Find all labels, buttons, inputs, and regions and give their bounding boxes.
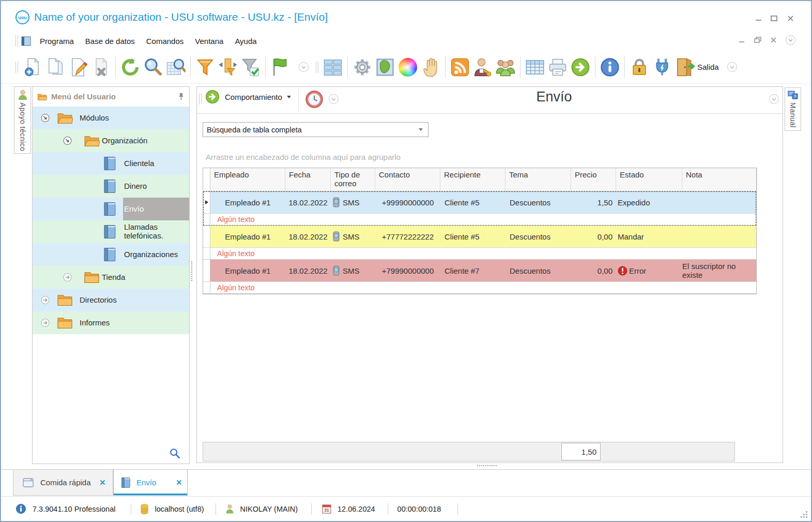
column-header-tipo_correo[interactable]: Tipo de correo [331, 168, 375, 191]
sidebar-item-7-tienda[interactable]: Tienda [33, 266, 189, 289]
mdi-close-icon[interactable] [770, 37, 777, 43]
flag-icon[interactable] [269, 56, 292, 79]
behavior-toolbar-grip[interactable] [199, 93, 202, 105]
minimize-button[interactable] [753, 13, 763, 23]
layout-tiles-icon[interactable] [321, 56, 344, 79]
sidebar-item-4-env-o[interactable]: Envío [33, 198, 189, 220]
behavior-button[interactable]: Comportamiento [205, 89, 291, 105]
settings-gear-icon[interactable] [351, 56, 374, 79]
support-side-tab[interactable]: Apoyo técnico [14, 86, 31, 154]
sidebar-item-6-organizaciones[interactable]: Organizaciones [33, 243, 189, 266]
edit-record-icon[interactable] [67, 56, 89, 79]
tab-envio[interactable]: Envío [113, 470, 188, 496]
tree-expander-collapsed-icon[interactable] [63, 273, 72, 282]
table-view-icon[interactable] [524, 56, 546, 79]
toolbar-right-chevron-icon[interactable] [727, 62, 737, 72]
menu-item-ventana[interactable]: Ventana [189, 35, 229, 48]
sidebar-item-2-clientela[interactable]: Clientela [33, 152, 189, 175]
manual-side-tab[interactable]: ? Manual [785, 87, 801, 131]
users-group-icon[interactable] [494, 56, 517, 79]
manual-help-icon: ? [788, 91, 798, 100]
filter-check-icon[interactable] [239, 56, 262, 79]
column-header-tema[interactable]: Tema [505, 168, 571, 191]
column-filter-icon[interactable] [217, 56, 239, 79]
menu-item-ayuda[interactable]: Ayuda [229, 35, 262, 48]
tree-expander-collapsed-icon[interactable] [41, 319, 50, 327]
hand-icon[interactable] [419, 56, 442, 79]
resize-grip[interactable] [800, 511, 808, 518]
grid-preview-row-1[interactable]: Algún texto [203, 248, 756, 260]
clock-icon[interactable] [305, 90, 324, 109]
mdi-minimize-icon[interactable] [739, 37, 745, 43]
new-record-icon[interactable] [21, 56, 44, 79]
menu-item-comandos[interactable]: Comandos [141, 35, 190, 48]
delete-record-icon[interactable] [89, 56, 112, 79]
sidebar-item-3-dinero[interactable]: Dinero [33, 175, 189, 198]
tab-comida-close-icon[interactable] [100, 480, 105, 485]
search-table-icon[interactable] [164, 56, 187, 79]
color-wheel-icon[interactable] [396, 56, 419, 79]
grid-row-0[interactable]: Empleado #118.02.2022SMS+99990000000Clie… [203, 191, 756, 214]
pin-icon[interactable] [178, 93, 185, 100]
sidebar-item-8-directorios[interactable]: Directorios [33, 289, 189, 311]
close-button[interactable] [785, 13, 795, 23]
search-combo-value: Búsqueda de tabla completa [207, 126, 302, 134]
user-key-icon[interactable] [471, 56, 494, 79]
window-menu-icon[interactable] [21, 36, 31, 46]
search-icon[interactable] [142, 56, 164, 79]
cell-nota [682, 226, 757, 247]
tab-envio-close-icon[interactable] [176, 480, 182, 485]
exit-door-icon[interactable] [673, 56, 696, 79]
tree-expander-expanded-icon[interactable] [63, 137, 72, 145]
app-logo-icon: usu [16, 10, 29, 24]
cell-fecha: 18.02.2022 [285, 260, 331, 281]
tree-search-icon[interactable] [170, 448, 180, 458]
info-icon[interactable] [599, 56, 621, 79]
menu-item-programa[interactable]: Programa [34, 35, 80, 48]
column-header-precio[interactable]: Precio [571, 168, 616, 191]
sidebar-item-5-llamadas-telef-nicas[interactable]: Llamadas telefónicas. [33, 220, 189, 243]
column-header-nota[interactable]: Nota [682, 168, 757, 191]
column-header-contacto[interactable]: Contacto [375, 168, 440, 191]
map-icon[interactable] [374, 56, 396, 79]
rss-feed-icon[interactable] [449, 56, 471, 79]
column-header-recipiente[interactable]: Recipiente [440, 168, 505, 191]
maximize-button[interactable] [769, 13, 779, 23]
book-icon [103, 225, 116, 240]
sidebar-item-0-m-dulos[interactable]: Módulos [33, 107, 189, 129]
row-indicator-cell [203, 226, 210, 247]
sidebar-splitter[interactable] [191, 261, 192, 281]
plug-icon[interactable] [651, 56, 673, 79]
go-next-icon[interactable] [569, 56, 592, 79]
grid-preview-row-0[interactable]: Algún texto [203, 214, 756, 226]
sidebar-item-9-informes[interactable]: Informes [33, 311, 189, 334]
column-header-empleado[interactable]: Empleado [210, 168, 285, 191]
toolbar-overflow-chevron-icon[interactable] [299, 62, 309, 72]
refresh-icon[interactable] [119, 56, 142, 79]
copy-record-icon[interactable] [44, 56, 67, 79]
mdi-restore-icon[interactable] [754, 37, 761, 43]
search-combo-arrow-icon[interactable] [419, 128, 423, 131]
bottom-splitter[interactable] [477, 465, 497, 466]
tab-comida-rapida[interactable]: Comida rápida [13, 470, 113, 496]
toolbar-grip[interactable] [16, 62, 18, 73]
tree-expander-collapsed-icon[interactable] [41, 296, 50, 305]
lock-icon[interactable] [628, 56, 651, 79]
filter-icon[interactable] [194, 56, 217, 79]
grid-row-1[interactable]: Empleado #118.02.2022SMS+77772222222Clie… [203, 226, 756, 248]
menu-item-base-de-datos[interactable]: Base de datos [80, 35, 141, 48]
print-icon[interactable] [546, 56, 569, 79]
tree-expander-expanded-icon[interactable] [41, 114, 50, 123]
title-right-chevron-icon[interactable] [769, 94, 779, 104]
exit-label[interactable]: Salida [697, 63, 719, 71]
grid-preview-row-2[interactable]: Algún texto [203, 282, 756, 294]
menu-folder-icon [37, 93, 47, 101]
column-header-fecha[interactable]: Fecha [285, 168, 331, 191]
full-table-search-combo[interactable]: Búsqueda de tabla completa [203, 122, 428, 137]
sidebar-item-1-organizaci-n[interactable]: Organización [33, 129, 189, 152]
behavior-overflow-chevron-icon[interactable] [329, 94, 339, 104]
grid-row-2[interactable]: Empleado #118.02.2022SMS+79990000000Clie… [203, 260, 756, 282]
menubar-grip[interactable] [16, 35, 18, 47]
mdi-menu-chevron-icon[interactable] [786, 35, 795, 45]
column-header-estado[interactable]: Estado [616, 168, 682, 191]
